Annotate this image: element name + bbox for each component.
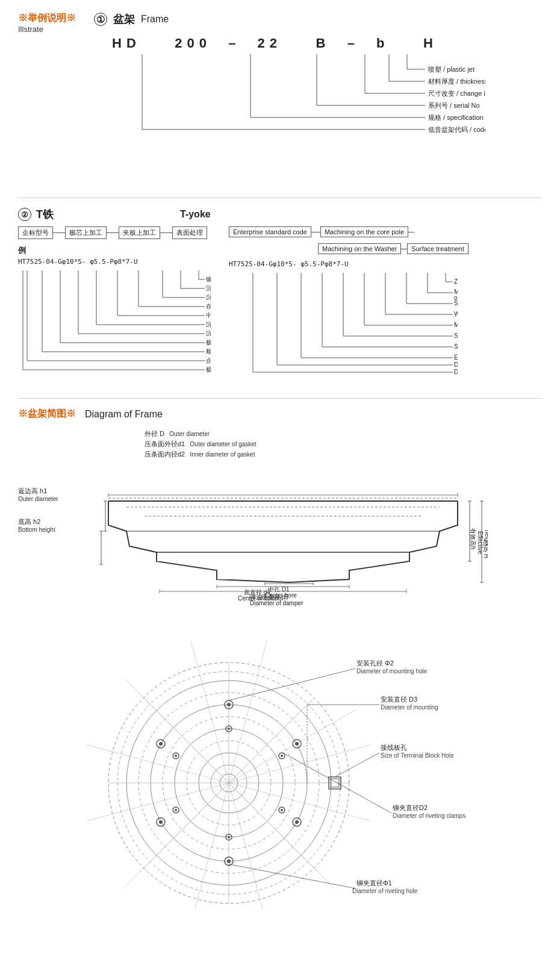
- section1-num: ①: [94, 13, 107, 26]
- model-diagram: HD 200 – 22 B – b H: [112, 36, 485, 185]
- svg-point-163: [228, 728, 230, 730]
- frame-en: Frame: [141, 14, 169, 25]
- svg-text:尺寸改变 / change in size: 尺寸改变 / change in size: [428, 90, 485, 97]
- bottom-h2-label: 底高 h2 Bottom height: [18, 517, 90, 533]
- example-label-left: 例: [18, 245, 211, 256]
- svg-text:Diameter of mounting: Diameter of mounting: [381, 704, 438, 711]
- svg-text:铆夹直径Φ1: 铆夹直径Φ1: [356, 879, 392, 887]
- svg-text:系列号 / serial No: 系列号 / serial No: [428, 102, 480, 109]
- tyoke-en: T-yoke: [180, 209, 211, 220]
- tyoke-right-col: Enterprise standard code Machining on th…: [229, 226, 542, 386]
- svg-text:铆夹直径D2: 铆夹直径D2: [392, 804, 428, 811]
- svg-text:喷塑 / plastic jet: 喷塑 / plastic jet: [428, 66, 474, 73]
- svg-text:顺序号: 顺序号: [206, 348, 211, 355]
- svg-line-139: [229, 693, 371, 835]
- tyoke-boxes-right: Enterprise standard code Machining on th…: [229, 226, 542, 237]
- outer-d-label: 外径 D Outer diameter: [145, 429, 542, 438]
- section2-num: ②: [18, 208, 31, 221]
- svg-line-148: [138, 641, 281, 783]
- svg-point-167: [281, 809, 283, 811]
- svg-point-161: [159, 742, 163, 746]
- tyoke-left-col: 企标型号 极芯上加工 夹板上加工 表面处理 例 HT7525-04-Gφ10*5…: [18, 226, 211, 386]
- svg-line-140: [229, 731, 371, 873]
- tyoke-zh: T铁: [36, 207, 54, 222]
- example-code-right: HT7525-04-Gφ10*5- φ5.5-Pφ8*7-U: [229, 260, 542, 268]
- frame-diagram-zh: ※盆架简图※: [18, 408, 76, 420]
- svg-point-165: [281, 755, 283, 757]
- svg-point-173: [175, 755, 177, 757]
- svg-text:在夹板部位要求特殊加工: 在夹板部位要求特殊加工: [206, 303, 211, 310]
- svg-text:Diameter of damper: Diameter of damper: [250, 600, 303, 606]
- svg-line-180: [335, 753, 379, 777]
- tyoke-title-left: ② T铁: [18, 207, 54, 222]
- svg-text:沉孔直径: 沉孔直径: [206, 294, 211, 301]
- tyoke-content: 企标型号 极芯上加工 夹板上加工 表面处理 例 HT7525-04-Gφ10*5…: [18, 226, 542, 386]
- svg-text:Diameter of mounting hole: Diameter of mounting hole: [356, 668, 428, 675]
- frame-left-labels: 返边高 h1 Outer diameter 底高 h2 Bottom heigh…: [18, 429, 90, 533]
- svg-text:低音盆架代码 / code of frame: 低音盆架代码 / code of frame: [428, 126, 485, 133]
- svg-line-145: [87, 731, 229, 873]
- svg-text:Size of Terminal Block Hole: Size of Terminal Block Hole: [381, 752, 454, 759]
- svg-text:Sequence Number: Sequence Number: [454, 343, 458, 350]
- box-biaomian: 表面处理: [172, 226, 207, 239]
- svg-text:极芯直径Φ25: 极芯直径Φ25: [205, 366, 211, 373]
- svg-line-149: [177, 641, 319, 783]
- section-header-illustrate: ※举例说明※ Illstrate: [18, 12, 76, 34]
- tyoke-boxes-right2: Machining on the Washer Surface treatmen…: [318, 243, 542, 254]
- frame-diagram-en: Diagram of Frame: [85, 409, 163, 420]
- svg-point-171: [175, 809, 177, 811]
- frame-diagram-content: 返边高 h1 Outer diameter 底高 h2 Bottom heigh…: [18, 429, 542, 608]
- svg-text:Sink hole: φ5,depth 5mm: Sink hole: φ5,depth 5mm: [454, 332, 458, 339]
- svg-text:安装直径 D3: 安装直径 D3: [381, 696, 417, 703]
- rim-h1-label: 返边高 h1 Outer diameter: [18, 487, 90, 502]
- box-machining-core: Machining on the core pole: [320, 226, 408, 237]
- svg-text:Sink hole: φ8,depth 7mm: Sink hole: φ8,depth 7mm: [454, 300, 458, 307]
- frame-title: ① 盆架 Frame: [94, 12, 485, 26]
- inner-gasket-label: 压条面内径d2 Inner diameter of gasket: [145, 450, 542, 459]
- svg-text:Eterprise standard code: Eterprise standard code: [454, 354, 458, 361]
- svg-text:极芯部位要求特殊加工: 极芯部位要求特殊加工: [205, 339, 211, 346]
- svg-line-138: [229, 682, 356, 810]
- box-surface: Surface treatment: [407, 243, 468, 254]
- svg-text:Diameter of the washer: φ75: Diameter of the washer: φ75: [454, 361, 458, 368]
- svg-text:材料厚度 / thickness of material: 材料厚度 / thickness of material: [428, 78, 485, 85]
- box-enterprise: Enterprise standard code: [229, 226, 311, 237]
- section-illustrate: ※举例说明※ Illstrate ① 盆架 Frame HD 200 – 22 …: [18, 12, 542, 185]
- example-code-left: HT7525-04-Gφ10*5- φ5.5-Pφ8*7-U: [18, 258, 211, 266]
- frame-cross-section-svg: 有效高h Effective height 总高 H Total height …: [96, 462, 488, 606]
- frame-zh: 盆架: [113, 12, 135, 26]
- frame-diagram-header: ※盆架简图※ Diagram of Frame: [18, 408, 542, 420]
- right-example-svg: Zinc plating Machining specially on the …: [229, 270, 458, 384]
- circle-diagram-svg: 安装孔径 Φ2 Diameter of mounting hole 安装直径 D…: [18, 620, 542, 909]
- svg-text:规格 / specification: 规格 / specification: [428, 114, 484, 121]
- svg-text:Machining on the core pole: Machining on the core pole: [454, 322, 458, 328]
- model-code-display: HD 200 – 22 B – b H: [112, 36, 485, 51]
- svg-text:Diameter of riveting hole: Diameter of riveting hole: [352, 888, 418, 894]
- svg-text:镀彩锌: 镀彩锌: [205, 276, 211, 282]
- svg-text:Diameter of riveting clamps: Diameter of riveting clamps: [393, 812, 465, 819]
- svg-text:沉孔深度: 沉孔深度: [206, 285, 211, 291]
- top-labels: 外径 D Outer diameter 压条面外径d1 Outer diamet…: [145, 429, 542, 459]
- section-circle-diagram: 安装孔径 Φ2 Diameter of mounting hole 安装直径 D…: [18, 620, 542, 911]
- svg-text:总高 H: 总高 H: [483, 540, 488, 558]
- svg-point-177: [228, 704, 230, 706]
- svg-text:With through hole φ5.5: With through hole φ5.5: [454, 311, 458, 317]
- svg-point-155: [295, 820, 299, 824]
- svg-text:Diameter of the core pole: φ75: Diameter of the core pole: φ75: [454, 369, 458, 375]
- svg-text:安装孔径 Φ2: 安装孔径 Φ2: [356, 659, 394, 667]
- section-tyoke: ② T铁 T-yoke 企标型号 极芯上加工 夹板上加工 表面处理 例 HT75…: [18, 198, 542, 386]
- illustrate-zh-title: ※举例说明※: [18, 12, 76, 25]
- outer-gasket-label: 压条面外径d1 Outer diameter of gasket: [145, 440, 542, 449]
- svg-text:中间通孔: 中间通孔: [206, 312, 211, 319]
- svg-point-157: [227, 859, 231, 863]
- left-example-svg: 镀彩锌 沉孔深度 沉孔直径 在夹板部位要求特殊加工 中间通孔 沉孔深度 沉孔直径…: [18, 267, 211, 382]
- frame-title-block: ① 盆架 Frame HD 200 – 22 B – b H: [94, 12, 485, 185]
- svg-text:接线板孔: 接线板孔: [381, 744, 407, 751]
- svg-line-146: [87, 693, 229, 835]
- section-frame-diagram: ※盆架简图※ Diagram of Frame 返边高 h1 Outer dia…: [18, 398, 542, 608]
- tyoke-boxes-left: 企标型号 极芯上加工 夹板上加工 表面处理: [18, 226, 211, 239]
- illustrate-en-title: Illstrate: [18, 25, 76, 34]
- box-qibiao: 企标型号: [18, 226, 53, 239]
- svg-point-169: [228, 836, 230, 838]
- svg-text:Zinc plating: Zinc plating: [454, 278, 458, 285]
